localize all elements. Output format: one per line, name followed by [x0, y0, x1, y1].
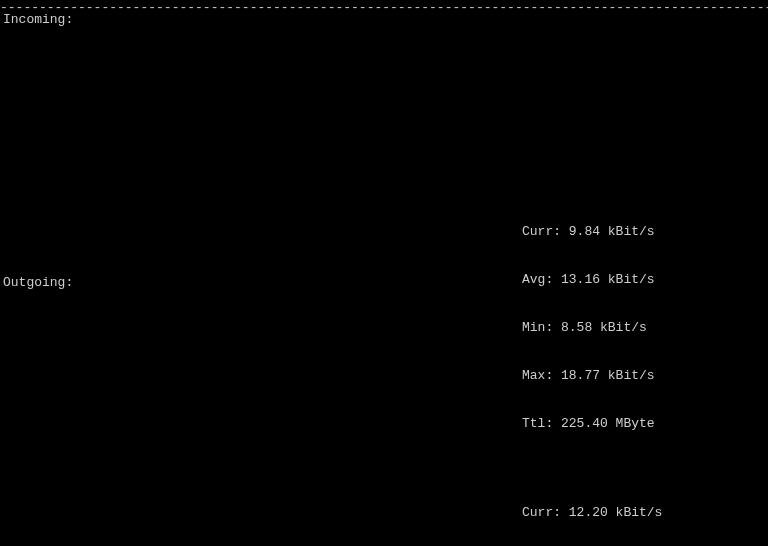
- separator-line: ----------------------------------------…: [0, 0, 768, 16]
- incoming-curr: Curr: 9.84 kBit/s: [522, 224, 655, 240]
- incoming-ttl: Ttl: 225.40 MByte: [522, 416, 655, 432]
- incoming-stats: Curr: 9.84 kBit/s Avg: 13.16 kBit/s Min:…: [522, 192, 655, 448]
- incoming-max: Max: 18.77 kBit/s: [522, 368, 655, 384]
- incoming-avg: Avg: 13.16 kBit/s: [522, 272, 655, 288]
- outgoing-label: Outgoing:: [3, 275, 73, 291]
- incoming-label: Incoming:: [3, 12, 73, 28]
- outgoing-curr: Curr: 12.20 kBit/s: [522, 505, 662, 521]
- incoming-min: Min: 8.58 kBit/s: [522, 320, 655, 336]
- outgoing-stats: Curr: 12.20 kBit/s Avg: 19.84 kBit/s Min…: [522, 473, 662, 546]
